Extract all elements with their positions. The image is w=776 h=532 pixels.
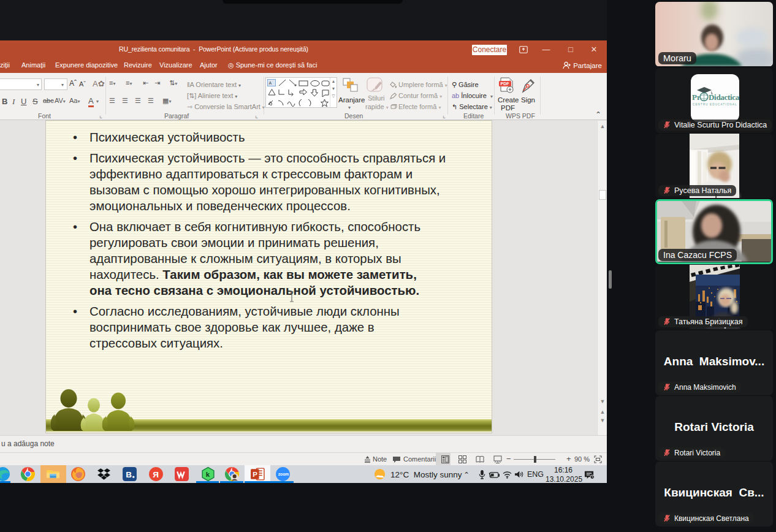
svg-text:zoom: zoom [278,472,289,476]
svg-text:k: k [206,471,210,478]
svg-text:B: B [126,470,132,479]
svg-text:P: P [253,471,257,478]
svg-text:A: A [269,81,272,85]
svg-text:Didactica: Didactica [709,93,740,102]
svg-text:Я: Я [153,470,159,479]
svg-text:PDF: PDF [501,82,510,86]
svg-text:CENTRU EDUCATIONAL: CENTRU EDUCATIONAL [693,103,737,106]
svg-text:Pr: Pr [692,93,701,102]
